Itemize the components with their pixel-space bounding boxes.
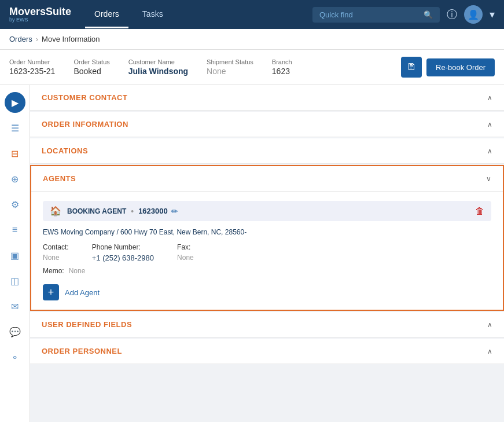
search-bar: 🔍 [312,7,440,23]
customer-contact-chevron: ∧ [487,94,492,102]
agent-row: 🏠 BOOKING AGENT • 1623000 ✏ 🗑 [43,201,491,221]
sidebar-chat-btn[interactable]: 💬 [5,321,25,342]
contact-label: Contact: [43,243,69,251]
fax-value: None [177,254,194,262]
locations-title: LOCATIONS [42,146,88,155]
logo-sub: by EWS [9,17,71,23]
sidebar-panel-btn[interactable]: ◫ [5,270,25,291]
sidebar-mail-btn[interactable]: ✉ [5,296,25,317]
shipment-status-label: Shipment Status [207,58,253,65]
phone-value: +1 (252) 638-2980 [92,254,154,262]
sidebar-lines-btn[interactable]: ≡ [5,219,25,240]
sidebar-profile-btn[interactable]: ⊕ [5,168,25,189]
memo-value: None [69,267,86,275]
order-information-header[interactable]: ORDER INFORMATION ∧ [30,112,504,137]
order-status-label: Order Status [73,58,109,65]
shipment-status-field: Shipment Status None [207,58,253,76]
order-information-section: ORDER INFORMATION ∧ [30,112,504,137]
customer-contact-title: CUSTOMER CONTACT [42,93,127,102]
nav-links: Orders Tasks [85,1,172,28]
order-information-chevron: ∧ [487,120,492,129]
order-status-value: Booked [73,67,109,76]
sidebar-settings-btn[interactable]: ⚙ [5,194,25,215]
fax-label: Fax: [177,243,194,251]
branch-value: 1623 [272,67,292,76]
breadcrumb-separator: › [36,35,38,43]
agents-title: AGENTS [43,174,76,183]
sidebar-expand-btn[interactable]: ▶ [5,92,25,113]
agent-delete-button[interactable]: 🗑 [475,206,484,216]
agent-code: 1623000 [138,207,168,215]
search-input[interactable] [319,10,424,19]
order-personnel-title: ORDER PERSONNEL [42,347,122,355]
rebook-order-button[interactable]: Re-book Order [426,58,495,76]
locations-section: LOCATIONS ∧ [30,138,504,164]
contact-value: None [43,254,69,262]
memo-row: Memo: None [43,267,491,275]
notes-button[interactable]: 🖹 [401,57,422,78]
order-number-field: Order Number 1623-235-21 [9,58,55,76]
customer-contact-section: CUSTOMER CONTACT ∧ [30,85,504,111]
agent-address: EWS Moving Company / 600 Hwy 70 East, Ne… [43,228,491,236]
house-icon: 🏠 [50,206,61,216]
header-actions: 🖹 Re-book Order [401,57,495,78]
agent-details: Contact: None Phone Number: +1 (252) 638… [43,243,491,262]
sidebar-grid-btn[interactable]: ▣ [5,245,25,266]
branch-field: Branch 1623 [272,58,292,76]
logo-text: MoversSuite [9,6,71,17]
user-defined-section: USER DEFINED FIELDS ∧ [30,312,504,337]
order-personnel-header[interactable]: ORDER PERSONNEL ∧ [30,339,504,364]
sidebar-list-btn[interactable]: ☰ [5,118,25,138]
branch-label: Branch [272,58,292,65]
user-defined-title: USER DEFINED FIELDS [42,320,132,329]
agent-separator: • [131,207,134,216]
user-defined-chevron: ∧ [487,321,492,329]
add-agent-label[interactable]: Add Agent [65,288,100,297]
breadcrumb: Orders › Move Information [0,29,504,50]
info-icon[interactable]: ⓘ [447,8,457,21]
order-status-field: Order Status Booked [73,58,109,76]
search-icon: 🔍 [424,10,433,19]
agents-header[interactable]: AGENTS ∨ [31,166,503,192]
memo-label: Memo: [43,267,64,275]
page-layout: ▶ ☰ ⊟ ⊕ ⚙ ≡ ▣ ◫ ✉ 💬 ⚬ CUSTOMER CONTACT ∧… [0,85,504,422]
order-information-title: ORDER INFORMATION [42,120,128,129]
nav-tasks[interactable]: Tasks [133,1,172,28]
order-number-value: 1623-235-21 [9,67,55,76]
shipment-status-value: None [207,67,253,76]
nav-orders[interactable]: Orders [85,1,128,28]
app-logo: MoversSuite by EWS [9,6,71,23]
customer-name-label: Customer Name [128,58,188,65]
agents-chevron: ∨ [486,175,491,183]
sidebar-org-btn[interactable]: ⚬ [5,347,25,368]
user-avatar[interactable]: 👤 [464,5,483,24]
customer-name-field: Customer Name Julia Windsong [128,58,188,76]
order-personnel-chevron: ∧ [487,347,492,355]
main-content: CUSTOMER CONTACT ∧ ORDER INFORMATION ∧ L… [30,85,504,422]
nav-icons: ⓘ 👤 ▾ [447,5,495,24]
top-nav: MoversSuite by EWS Orders Tasks 🔍 ⓘ 👤 ▾ [0,0,504,29]
order-personnel-section: ORDER PERSONNEL ∧ [30,339,504,364]
breadcrumb-orders[interactable]: Orders [9,35,32,43]
phone-label: Phone Number: [92,243,154,251]
customer-name-value: Julia Windsong [128,67,188,76]
agents-section: AGENTS ∨ 🏠 BOOKING AGENT • 1623000 ✏ 🗑 E… [30,165,504,311]
add-agent-row: + Add Agent [43,284,491,300]
contact-col: Contact: None [43,243,69,262]
agent-type: BOOKING AGENT [67,207,126,215]
user-defined-header[interactable]: USER DEFINED FIELDS ∧ [30,312,504,337]
agents-content: 🏠 BOOKING AGENT • 1623000 ✏ 🗑 EWS Moving… [31,192,503,310]
chevron-down-icon[interactable]: ▾ [490,8,495,21]
customer-contact-header[interactable]: CUSTOMER CONTACT ∧ [30,85,504,111]
agent-edit-button[interactable]: ✏ [171,207,178,216]
fax-col: Fax: None [177,243,194,262]
locations-header[interactable]: LOCATIONS ∧ [30,138,504,164]
locations-chevron: ∧ [487,147,492,155]
add-agent-button[interactable]: + [43,284,59,300]
breadcrumb-current: Move Information [42,35,100,43]
left-sidebar: ▶ ☰ ⊟ ⊕ ⚙ ≡ ▣ ◫ ✉ 💬 ⚬ [0,85,30,422]
phone-col: Phone Number: +1 (252) 638-2980 [92,243,154,262]
order-number-label: Order Number [9,58,55,65]
order-header: Order Number 1623-235-21 Order Status Bo… [0,50,504,85]
sidebar-document-btn[interactable]: ⊟ [5,143,25,164]
